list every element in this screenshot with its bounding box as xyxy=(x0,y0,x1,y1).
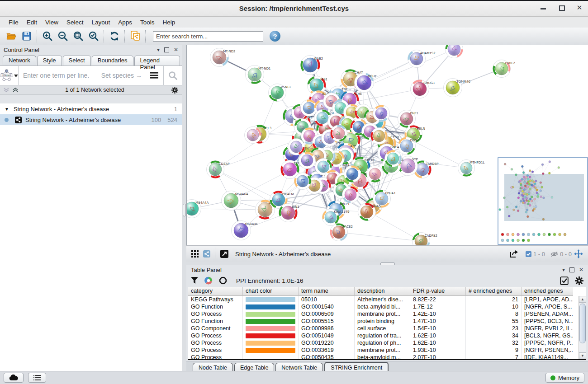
zoom-fit-button[interactable] xyxy=(71,29,86,43)
table-row[interactable]: GO ProcessGO:0033619membrane prot...1.93… xyxy=(188,347,586,354)
set-species-label[interactable]: Set species → xyxy=(101,72,142,79)
string-options-button[interactable] xyxy=(145,66,163,85)
help-button[interactable]: ? xyxy=(270,31,280,42)
save-session-button[interactable] xyxy=(19,29,34,43)
close-button[interactable]: ✕ xyxy=(576,5,583,11)
float-panel-icon[interactable] xyxy=(164,47,169,52)
splitter-grip[interactable] xyxy=(183,204,186,216)
panel-splitter[interactable] xyxy=(182,45,186,371)
menu-layout[interactable]: Layout xyxy=(88,18,114,27)
table-row[interactable]: KEGG Pathways05010Alzheimer's dise...8.8… xyxy=(188,296,586,303)
table-row[interactable]: GO ProcessGO:0006509membrane prot...1.42… xyxy=(188,310,586,318)
protein-node[interactable]: TOMM40 xyxy=(444,79,471,97)
protein-node[interactable] xyxy=(294,173,311,190)
select-rows-icon[interactable] xyxy=(560,276,569,285)
detach-view-button[interactable] xyxy=(218,247,231,261)
protein-node[interactable] xyxy=(367,166,384,183)
protein-node[interactable] xyxy=(331,125,347,142)
table-scrollbar[interactable]: ▲ ▼ xyxy=(579,296,586,359)
refresh-button[interactable] xyxy=(107,29,122,43)
chart-color-icon[interactable] xyxy=(204,276,213,285)
protein-node[interactable] xyxy=(288,139,305,155)
menu-help[interactable]: Help xyxy=(158,18,179,27)
protein-node[interactable]: KIAA1149 xyxy=(322,209,350,226)
table-float-icon[interactable] xyxy=(569,267,574,272)
table-panel-menu-icon[interactable]: ▾ xyxy=(562,267,565,272)
cloud-tasks-button[interactable] xyxy=(4,373,24,383)
ring-icon[interactable] xyxy=(219,276,227,285)
network-canvas[interactable]: MT-ND2MT-ND1VSNL1GAB2IRS1CHATBCHETNFIL1B… xyxy=(186,45,588,245)
tab-network[interactable]: Network xyxy=(3,56,36,66)
protein-node[interactable]: BACE2 xyxy=(330,224,353,241)
protein-node[interactable]: CD2AP xyxy=(207,161,230,178)
protein-node[interactable]: DLG4 xyxy=(398,137,419,155)
column-header[interactable]: FDR p-value xyxy=(410,287,466,296)
protein-node[interactable]: BCHE xyxy=(355,73,377,93)
tab-legend-panel[interactable]: Legend Panel xyxy=(134,56,180,66)
protein-node[interactable] xyxy=(245,127,261,144)
task-history-button[interactable] xyxy=(28,373,46,383)
string-search-button[interactable] xyxy=(164,66,182,85)
filter-icon[interactable] xyxy=(191,277,198,284)
collapse-all-icon[interactable] xyxy=(4,87,9,93)
column-header[interactable]: term name xyxy=(299,287,355,296)
scroll-down-arrow[interactable]: ▼ xyxy=(579,352,586,359)
table-row[interactable]: GO ComponentGO:0009986cell surface1.54E-… xyxy=(188,325,586,332)
expand-all-icon[interactable] xyxy=(13,87,18,93)
table-row[interactable]: GO ProcessGO:0050435beta-amyloid m...2.0… xyxy=(188,354,586,360)
string-panel-button[interactable] xyxy=(201,247,213,261)
tab-boundaries[interactable]: Boundaries xyxy=(92,56,133,66)
table-row[interactable]: GO FunctionGO:0005515protein binding1.47… xyxy=(188,318,586,325)
protein-node[interactable] xyxy=(344,166,361,183)
scroll-up-arrow[interactable]: ▲ xyxy=(579,296,586,303)
protein-node[interactable]: BIN1 xyxy=(279,204,299,222)
zoom-out-button[interactable] xyxy=(55,29,71,43)
column-header[interactable]: category xyxy=(188,287,243,296)
menu-tools[interactable]: Tools xyxy=(136,18,159,27)
gear-icon[interactable] xyxy=(171,87,178,94)
protein-node[interactable]: MTHFD1L xyxy=(458,160,485,177)
column-header[interactable]: chart color xyxy=(243,287,299,296)
close-panel-icon[interactable]: ✕ xyxy=(174,47,178,52)
memory-button[interactable]: Memory xyxy=(545,373,584,383)
birdseye-view[interactable] xyxy=(498,158,588,244)
column-header[interactable]: # enriched genes xyxy=(466,287,522,296)
table-row[interactable]: GO ProcessGO:0019220regulation of ph...1… xyxy=(188,339,586,347)
zoom-in-button[interactable] xyxy=(40,29,55,43)
birdseye-toggle-button[interactable] xyxy=(189,247,201,261)
string-source-selector[interactable]: STRING xyxy=(0,66,18,85)
minimize-button[interactable] xyxy=(540,5,546,11)
scroll-thumb[interactable] xyxy=(579,304,586,343)
menu-file[interactable]: File xyxy=(5,18,23,27)
export-view-button[interactable] xyxy=(507,247,520,261)
open-session-button[interactable] xyxy=(4,29,19,43)
menu-view[interactable]: View xyxy=(41,18,62,27)
table-row[interactable]: GO ProcessGO:0051049regulation of tra...… xyxy=(188,332,586,339)
tab-select[interactable]: Select xyxy=(63,56,91,66)
protein-node[interactable] xyxy=(385,150,402,167)
menu-apps[interactable]: Apps xyxy=(114,18,136,27)
tree-expand-icon[interactable]: ▼ xyxy=(5,107,9,112)
protein-node[interactable] xyxy=(371,128,388,145)
column-header[interactable]: description xyxy=(355,287,410,296)
network-row-selected[interactable]: String Network - Alzheimer's disease 100… xyxy=(0,114,182,125)
table-row[interactable]: GO FunctionGO:0001540beta-amyloid bi...1… xyxy=(188,303,586,310)
protein-node[interactable]: MT-ND1 xyxy=(246,66,271,84)
protein-node[interactable]: VSNL1 xyxy=(269,84,291,102)
protein-node[interactable]: PVRL2 xyxy=(493,60,515,78)
zoom-selected-button[interactable] xyxy=(86,29,101,43)
protein-node[interactable]: CADPS2 xyxy=(413,233,437,246)
string-query-input[interactable]: Enter one term per line. xyxy=(23,72,101,79)
network-export-button[interactable] xyxy=(128,29,143,43)
menu-select[interactable]: Select xyxy=(62,18,88,27)
network-collection-row[interactable]: ▼ String Network - Alzheimer's disease 1 xyxy=(0,103,182,114)
table-close-icon[interactable]: ✕ xyxy=(579,267,583,272)
panel-menu-icon[interactable]: ▾ xyxy=(157,47,160,52)
settings-gear-icon[interactable] xyxy=(575,276,583,285)
column-header[interactable]: enriched genes xyxy=(522,287,573,296)
protein-node[interactable]: MS4A6A xyxy=(222,191,248,211)
network-graph[interactable]: MT-ND2MT-ND1VSNL1GAB2IRS1CHATBCHETNFIL1B… xyxy=(187,45,588,245)
protein-node[interactable]: MS4A4E xyxy=(232,221,258,240)
protein-node[interactable]: GAB2 xyxy=(301,56,323,75)
menu-edit[interactable]: Edit xyxy=(23,18,41,27)
